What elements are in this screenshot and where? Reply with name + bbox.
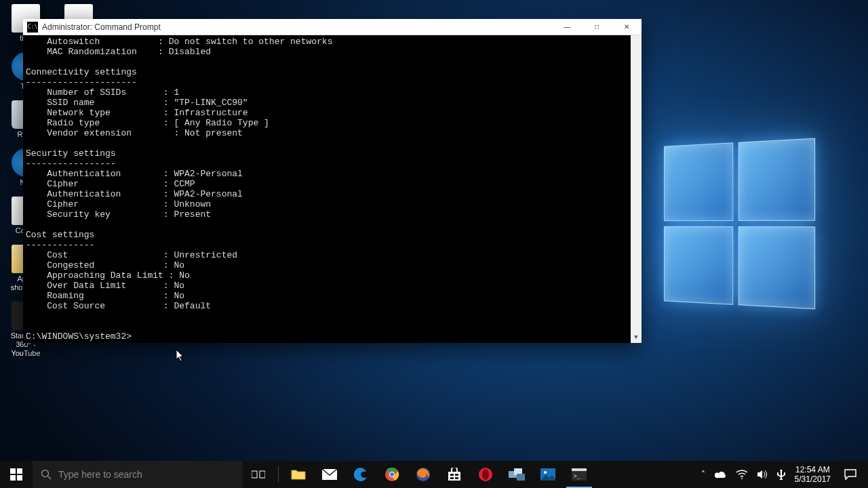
clock-date: 5/31/2017: [795, 474, 831, 484]
taskbar-app-file-explorer[interactable]: [283, 461, 314, 488]
taskbar-app-cmd[interactable]: >_: [564, 461, 595, 488]
firefox-icon: [415, 466, 431, 483]
svg-point-4: [42, 470, 49, 477]
search-input[interactable]: Type here to search: [33, 461, 243, 488]
svg-rect-13: [450, 474, 454, 476]
svg-rect-14: [455, 474, 458, 476]
start-button[interactable]: [0, 461, 33, 488]
wifi-icon: [736, 470, 747, 479]
minimize-button[interactable]: —: [552, 19, 582, 35]
cloud-icon: [715, 470, 727, 479]
scrollbar[interactable]: ▲ ▼: [631, 35, 642, 343]
notification-icon: [844, 469, 856, 480]
folder-icon: [290, 466, 307, 483]
taskbar-app-firefox[interactable]: [408, 461, 439, 488]
task-view-button[interactable]: [243, 461, 274, 488]
taskbar-app-vmware[interactable]: [501, 461, 532, 488]
store-icon: [446, 466, 462, 483]
chevron-up-icon: ˄: [701, 470, 705, 479]
clock-time: 12:54 AM: [795, 465, 830, 474]
taskbar-divider: [278, 466, 279, 483]
edge-icon: [353, 466, 369, 483]
svg-rect-0: [10, 468, 16, 474]
tray-onedrive[interactable]: [710, 461, 732, 488]
svg-rect-2: [10, 475, 16, 481]
window-title: Administrator: Command Prompt: [42, 22, 161, 32]
windows-icon: [10, 468, 22, 481]
windows-logo-art: [664, 138, 815, 310]
window-titlebar[interactable]: C:\ Administrator: Command Prompt — □ ✕: [23, 19, 642, 35]
mouse-cursor-icon: [176, 350, 184, 362]
svg-rect-7: [260, 471, 265, 478]
svg-point-23: [544, 471, 547, 474]
terminal-output[interactable]: Autoswitch : Do not switch to other netw…: [23, 35, 642, 343]
speaker-icon: [757, 470, 768, 479]
taskbar-app-photos[interactable]: [532, 461, 564, 488]
photo-icon: [540, 466, 556, 483]
close-button[interactable]: ✕: [612, 19, 642, 35]
chrome-icon: [384, 466, 400, 483]
usb-icon: [777, 469, 785, 480]
tray-overflow-button[interactable]: ˄: [696, 461, 710, 488]
svg-rect-3: [17, 475, 22, 481]
taskbar-app-chrome[interactable]: [376, 461, 408, 488]
svg-rect-21: [517, 474, 525, 481]
taskbar-app-edge[interactable]: [345, 461, 376, 488]
tray-usb[interactable]: [772, 461, 790, 488]
task-view-icon: [252, 470, 265, 479]
svg-line-5: [48, 476, 52, 480]
svg-point-18: [482, 469, 489, 480]
maximize-button[interactable]: □: [582, 19, 612, 35]
svg-point-27: [741, 478, 743, 479]
command-prompt-window: C:\ Administrator: Command Prompt — □ ✕ …: [23, 19, 642, 343]
scroll-track[interactable]: [631, 46, 642, 332]
scroll-down-icon[interactable]: ▼: [631, 332, 642, 343]
tray-network[interactable]: [732, 461, 752, 488]
tray-volume[interactable]: [752, 461, 772, 488]
svg-rect-15: [450, 477, 454, 479]
taskbar: Type here to search >_ ˄ 12:54 AM 5/31/2…: [0, 461, 868, 488]
svg-rect-6: [252, 471, 257, 478]
cmd-icon: C:\: [27, 22, 38, 33]
svg-rect-25: [572, 468, 587, 471]
system-tray: ˄ 12:54 AM 5/31/2017: [696, 461, 868, 488]
taskbar-app-opera[interactable]: [470, 461, 501, 488]
search-icon: [41, 469, 52, 480]
svg-text:>_: >_: [574, 473, 580, 479]
taskbar-app-store[interactable]: [439, 461, 470, 488]
svg-rect-1: [17, 468, 22, 474]
svg-point-11: [390, 472, 394, 476]
boxes-icon: [509, 466, 525, 483]
opera-icon: [477, 466, 494, 483]
action-center-button[interactable]: [835, 461, 865, 488]
search-placeholder: Type here to search: [58, 469, 142, 480]
svg-rect-16: [455, 477, 458, 479]
taskbar-clock[interactable]: 12:54 AM 5/31/2017: [790, 461, 835, 488]
terminal-icon: >_: [571, 466, 587, 483]
mail-icon: [321, 466, 338, 483]
taskbar-app-mail[interactable]: [314, 461, 345, 488]
